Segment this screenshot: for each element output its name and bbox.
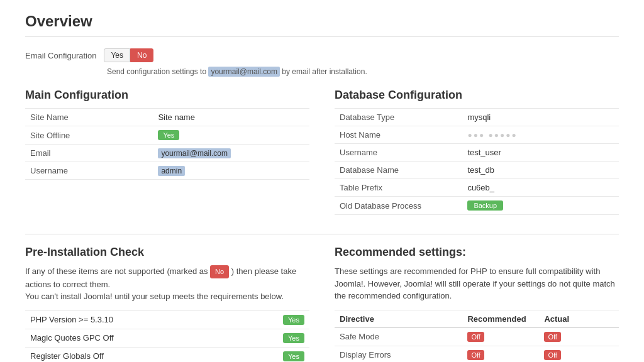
cell-value: cu6eb_	[467, 183, 494, 192]
cell-value-td: test_user	[462, 144, 619, 162]
db-config-section: Database Configuration Database Typemysq…	[335, 89, 619, 215]
no-button[interactable]: No	[130, 48, 153, 62]
email-highlight: yourmail@mail.com	[208, 67, 280, 77]
badge-backup: Backup	[467, 200, 503, 211]
act-badge: Off	[544, 350, 560, 360]
yes-button[interactable]: Yes	[104, 48, 130, 62]
table-row: Old Database ProcessBackup	[335, 197, 619, 215]
main-config-section: Main Configuration Site NameSite nameSit…	[25, 89, 309, 215]
cell-label: Database Type	[335, 109, 462, 126]
check-label: PHP Version >= 5.3.10	[25, 310, 224, 329]
col-header-directive: Directive	[335, 310, 462, 327]
table-row: Database Typemysqli	[335, 109, 619, 126]
col-header-recommended: Recommended	[462, 310, 539, 327]
rec-badge: Off	[467, 350, 484, 360]
recommended-title: Recommended settings:	[335, 246, 619, 259]
list-item: Magic Quotes GPC OffYes	[25, 329, 309, 347]
recommended-section: Recommended settings: These settings are…	[335, 246, 619, 362]
cell-label: Host Name	[335, 126, 462, 144]
check-result: Yes	[224, 347, 309, 362]
db-config-table: Database TypemysqliHost Name●●● ●●●●●Use…	[335, 108, 619, 215]
inline-value: yourmail@mail.com	[158, 148, 231, 158]
cell-value-td: Yes	[153, 126, 309, 145]
check-badge: Yes	[283, 315, 304, 325]
recommended-value: Off	[462, 346, 539, 362]
cell-label: Old Database Process	[335, 197, 462, 215]
cell-value: test_db	[467, 165, 494, 175]
pre-install-title: Pre-Installation Check	[25, 246, 309, 259]
cell-value-td: Site name	[153, 109, 309, 126]
table-row: Host Name●●● ●●●●●	[335, 126, 619, 144]
list-item: Display Errors Off Off	[335, 346, 619, 362]
cell-label: Email	[25, 145, 153, 162]
cell-value: test_user	[467, 148, 501, 157]
send-config-text: Send configuration settings to yourmail@…	[25, 67, 619, 76]
actual-value: Off	[539, 346, 619, 362]
cell-value-td: yourmail@mail.com	[153, 145, 309, 162]
table-row: Site OfflineYes	[25, 126, 309, 145]
db-config-title: Database Configuration	[335, 89, 619, 102]
check-label: Magic Quotes GPC Off	[25, 329, 224, 347]
pre-install-desc: If any of these items are not supported …	[25, 265, 309, 303]
cell-label: Database Name	[335, 162, 462, 179]
cell-label: Site Offline	[25, 126, 153, 145]
cell-label: Table Prefix	[335, 179, 462, 197]
blurred-value: ●●● ●●●●●	[467, 131, 517, 140]
check-label: Register Globals Off	[25, 347, 224, 362]
recommended-desc: These settings are recommended for PHP t…	[335, 265, 619, 302]
table-row: Database Nametest_db	[335, 162, 619, 179]
cell-value-td: cu6eb_	[462, 179, 619, 197]
recommended-table: Directive Recommended Actual Safe Mode O…	[335, 310, 619, 363]
no-badge: No	[210, 265, 229, 278]
table-row: Site NameSite name	[25, 109, 309, 126]
list-item: Register Globals OffYes	[25, 347, 309, 362]
recommended-value: Off	[462, 327, 539, 346]
main-config-table: Site NameSite nameSite OfflineYesEmailyo…	[25, 108, 309, 180]
cell-value-td: ●●● ●●●●●	[462, 126, 619, 144]
cell-value-td: test_db	[462, 162, 619, 179]
email-config-label: Email Configuration	[25, 51, 96, 60]
main-config-title: Main Configuration	[25, 89, 309, 102]
list-item: Safe Mode Off Off	[335, 327, 619, 346]
inline-value: admin	[158, 166, 185, 176]
check-badge: Yes	[283, 351, 304, 361]
check-result: Yes	[224, 310, 309, 329]
table-row: Emailyourmail@mail.com	[25, 145, 309, 162]
act-badge: Off	[544, 332, 560, 342]
table-row: Usernametest_user	[335, 144, 619, 162]
list-item: PHP Version >= 5.3.10Yes	[25, 310, 309, 329]
cell-label: Site Name	[25, 109, 153, 126]
cell-label: Username	[25, 162, 153, 180]
cell-value: Site name	[158, 112, 195, 122]
cell-label: Username	[335, 144, 462, 162]
badge-yes: Yes	[158, 130, 179, 140]
checklist-table: PHP Version >= 5.3.10YesMagic Quotes GPC…	[25, 310, 309, 363]
directive-label: Display Errors	[335, 346, 462, 362]
directive-label: Safe Mode	[335, 327, 462, 346]
cell-value-td: Backup	[462, 197, 619, 215]
page-title: Overview	[25, 13, 619, 30]
actual-value: Off	[539, 327, 619, 346]
cell-value: mysqli	[467, 112, 491, 122]
cell-value-td: admin	[153, 162, 309, 180]
table-row: Usernameadmin	[25, 162, 309, 180]
col-header-actual: Actual	[539, 310, 619, 327]
check-result: Yes	[224, 329, 309, 347]
table-row: Table Prefixcu6eb_	[335, 179, 619, 197]
cell-value-td: mysqli	[462, 109, 619, 126]
pre-install-section: Pre-Installation Check If any of these i…	[25, 246, 309, 362]
rec-badge: Off	[467, 332, 484, 342]
check-badge: Yes	[283, 333, 304, 343]
